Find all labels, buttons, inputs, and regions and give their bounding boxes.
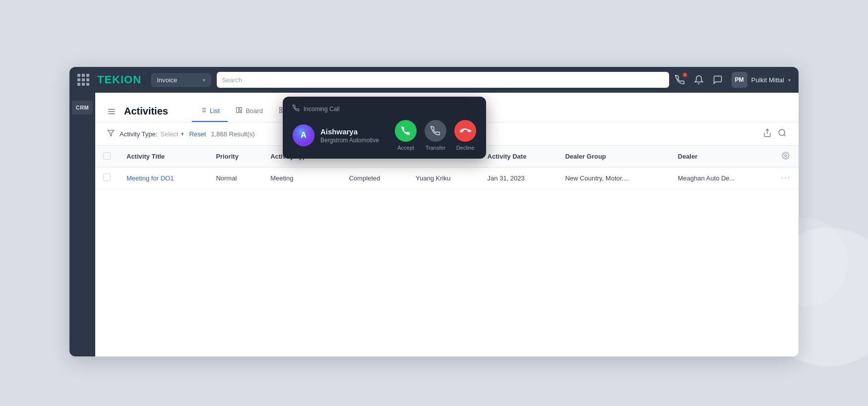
- tab-list-label: List: [210, 107, 220, 115]
- row-actions-menu[interactable]: ···: [781, 174, 791, 182]
- svg-rect-12: [280, 108, 282, 110]
- invoice-dropdown[interactable]: Invoice ▾: [151, 73, 211, 87]
- col-activity-date: Activity Date: [480, 146, 558, 168]
- page-title: Activities: [124, 106, 168, 117]
- call-header: Incoming Call: [293, 105, 476, 113]
- svg-point-24: [785, 155, 787, 157]
- logo: TEKION: [97, 73, 141, 86]
- incoming-call-label: Incoming Call: [304, 106, 340, 113]
- incoming-call-popup: Incoming Call A Aishwarya Bergstrom Auto…: [283, 97, 486, 159]
- tab-board[interactable]: Board: [228, 101, 271, 122]
- svg-marker-20: [108, 130, 114, 136]
- row-checkbox[interactable]: [95, 168, 119, 189]
- cell-contacts: Yuang Kriku: [408, 168, 480, 189]
- call-body: A Aishwarya Bergstrom Automotive Accept: [293, 120, 476, 151]
- svg-line-23: [784, 134, 785, 136]
- accept-call-button[interactable]: Accept: [395, 120, 417, 151]
- cell-priority: Normal: [208, 168, 262, 189]
- cell-activity-date: Jan 31, 2023: [480, 168, 558, 189]
- user-menu[interactable]: PM Pulkit Mittal ▾: [732, 72, 791, 88]
- accept-icon: [395, 120, 417, 142]
- call-phone-icon: [293, 105, 300, 113]
- topbar: TEKION Invoice ▾ Search: [69, 67, 799, 93]
- results-count: 1,868 Result(s): [211, 130, 254, 138]
- avatar: PM: [732, 72, 747, 88]
- cell-actions[interactable]: ···: [773, 168, 799, 189]
- decline-icon: [454, 120, 476, 142]
- decline-call-button[interactable]: Decline: [454, 120, 476, 151]
- sidebar-toggle-icon[interactable]: [107, 107, 116, 116]
- filter-select-value: Select: [160, 130, 178, 138]
- transfer-label: Transfer: [426, 145, 446, 151]
- caller-company: Bergstrom Automotive: [320, 137, 389, 144]
- svg-rect-10: [240, 108, 242, 111]
- caller-name: Aishwarya: [320, 127, 389, 136]
- apps-icon[interactable]: [77, 74, 89, 86]
- tab-board-label: Board: [246, 107, 263, 115]
- select-all-checkbox[interactable]: [95, 146, 119, 168]
- table-row: Meeting for DO1 Normal Meeting Completed…: [95, 168, 799, 189]
- chevron-down-icon: ▾: [203, 77, 205, 83]
- svg-rect-14: [280, 111, 282, 113]
- search-input[interactable]: Search: [217, 72, 669, 88]
- svg-point-22: [779, 129, 785, 135]
- tab-list[interactable]: List: [192, 101, 228, 122]
- filter-dropdown[interactable]: Activity Type: Select ▾: [120, 130, 184, 138]
- search-placeholder: Search: [222, 76, 242, 84]
- notifications-icon[interactable]: [694, 75, 704, 85]
- col-settings[interactable]: [773, 146, 799, 168]
- chat-icon[interactable]: [713, 75, 723, 85]
- activity-title-link[interactable]: Meeting for DO1: [126, 174, 174, 182]
- search-button[interactable]: [778, 128, 787, 139]
- filter-label: Activity Type:: [120, 130, 157, 138]
- col-activity-title: Activity Title: [119, 146, 208, 168]
- list-tab-icon: [200, 107, 207, 115]
- svg-text:A: A: [301, 131, 307, 139]
- col-dealer-group: Dealer Group: [557, 146, 670, 168]
- table-container: Activity Title Priority Activity Type St…: [95, 146, 799, 356]
- caller-info: Aishwarya Bergstrom Automotive: [320, 127, 389, 144]
- sidebar: CRM: [69, 93, 95, 356]
- accept-label: Accept: [397, 145, 414, 151]
- cell-status: Completed: [341, 168, 408, 189]
- user-name: Pulkit Mittal: [751, 76, 784, 84]
- caller-avatar: A: [293, 124, 314, 146]
- topbar-actions: PM Pulkit Mittal ▾: [675, 72, 791, 88]
- phone-icon[interactable]: [675, 75, 685, 85]
- cell-dealer-group: New Country, Motor....: [557, 168, 670, 189]
- cell-activity-type: Meeting: [262, 168, 341, 189]
- export-button[interactable]: [763, 128, 772, 139]
- board-tab-icon: [236, 107, 243, 115]
- filter-icon: [107, 129, 115, 138]
- svg-rect-11: [240, 112, 242, 113]
- cell-activity-title: Meeting for DO1: [119, 168, 208, 189]
- toolbar-right: [763, 128, 787, 139]
- transfer-call-button[interactable]: Transfer: [425, 120, 446, 151]
- sidebar-item-crm[interactable]: CRM: [72, 101, 93, 115]
- call-actions: Accept Transfer Decline: [395, 120, 476, 151]
- user-chevron-icon: ▾: [788, 77, 791, 83]
- reset-button[interactable]: Reset: [189, 130, 206, 138]
- col-dealer: Dealer: [670, 146, 773, 168]
- decline-label: Decline: [456, 145, 475, 151]
- invoice-label: Invoice: [157, 76, 177, 84]
- col-priority: Priority: [208, 146, 262, 168]
- transfer-icon: [425, 120, 446, 142]
- svg-rect-9: [237, 108, 239, 113]
- cell-dealer: Meaghan Auto De...: [670, 168, 773, 189]
- filter-chevron-icon: ▾: [181, 131, 184, 137]
